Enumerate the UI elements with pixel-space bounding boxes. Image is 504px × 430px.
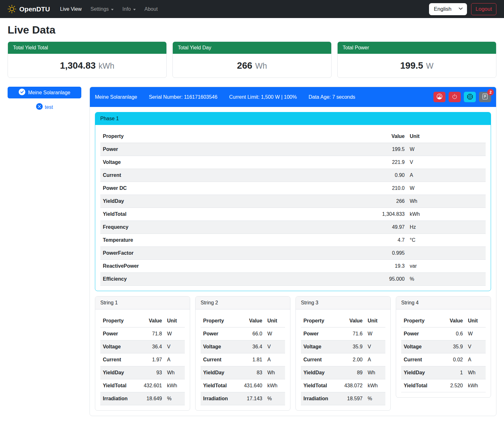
unit-cell: A	[365, 353, 385, 366]
inverter-card-header: Meine Solaranlage Serial Number: 1161716…	[90, 87, 496, 107]
value-cell: 35.9	[440, 340, 465, 353]
unit-cell: kWh	[407, 208, 486, 221]
nav-item-settings[interactable]: Settings	[86, 4, 118, 15]
property-cell: YieldTotal	[100, 379, 136, 392]
unit-cell: V	[407, 156, 486, 169]
limit-settings-button[interactable]	[433, 92, 445, 102]
unit-cell: kWh	[265, 379, 285, 392]
unit-cell: V	[365, 340, 385, 353]
property-cell: Power DC	[100, 182, 284, 195]
card-header: Total Power	[338, 42, 496, 54]
nav-item-label: Info	[122, 6, 131, 12]
table-row: Current2.00A	[301, 353, 385, 366]
unit-cell: Wh	[365, 366, 385, 379]
power-icon	[452, 94, 457, 100]
column-header-unit: Unit	[265, 315, 285, 327]
table-row: YieldDay1Wh	[401, 366, 486, 379]
property-cell: Power	[301, 327, 337, 340]
value-cell: 221.9	[284, 156, 407, 169]
nav-links: Live View Settings Info About	[56, 4, 162, 15]
string-card-header: String 2	[196, 296, 290, 309]
inverter-item-test[interactable]: test	[8, 103, 81, 111]
property-cell: Power	[100, 143, 284, 156]
table-row: Power DC210.0W	[100, 182, 486, 195]
table-row: Voltage221.9V	[100, 156, 486, 169]
phase-table: Property Value Unit Power199.5WVoltage22…	[100, 130, 486, 286]
value-cell: 35.9	[337, 340, 365, 353]
table-row: YieldDay266Wh	[100, 195, 486, 208]
nav-item-label: Live View	[60, 6, 82, 12]
logout-button[interactable]: Logout	[471, 3, 496, 15]
table-row: Voltage35.9V	[301, 340, 385, 353]
value-cell: 19.3	[284, 260, 407, 273]
string-table: Property Value Unit Power71.6WVoltage35.…	[301, 315, 385, 405]
column-header-property: Property	[100, 130, 284, 143]
value-cell: 1.97	[136, 353, 165, 366]
property-cell: Voltage	[301, 340, 337, 353]
phase-card: Phase 1 Property Value Unit Power199.5WV…	[95, 112, 491, 291]
check-circle-icon	[19, 89, 25, 97]
card-value: 1,304.83	[60, 60, 96, 71]
brand[interactable]: OpenDTU	[8, 4, 50, 14]
unit-cell: W	[407, 143, 486, 156]
card-unit: W	[426, 61, 433, 70]
table-row: YieldDay93Wh	[100, 366, 185, 379]
column-header-property: Property	[201, 315, 237, 327]
property-cell: PowerFactor	[100, 247, 284, 260]
nav-item-label: Settings	[90, 6, 109, 12]
value-cell: 2.520	[440, 379, 465, 392]
table-row: YieldTotal2.520kWh	[401, 379, 486, 392]
card-unit: Wh	[255, 61, 267, 70]
phase-table-body: Power199.5WVoltage221.9VCurrent0.90APowe…	[100, 143, 486, 286]
inverter-serial: Serial Number: 116171603546	[149, 93, 217, 101]
nav-item-live-view[interactable]: Live View	[56, 4, 86, 15]
property-cell: Temperature	[100, 234, 284, 247]
table-header-row: Property Value Unit	[301, 315, 385, 327]
nav-item-info[interactable]: Info	[118, 4, 140, 15]
card-total-yield-day: Total Yield Day 266Wh	[172, 41, 332, 78]
property-cell: Power	[100, 327, 136, 340]
power-button[interactable]	[449, 92, 461, 102]
unit-cell: var	[407, 260, 486, 273]
value-cell: 71.8	[136, 327, 165, 340]
x-circle-icon	[36, 103, 43, 111]
value-cell: 4.7	[284, 234, 407, 247]
column-header-unit: Unit	[407, 130, 486, 143]
unit-cell: W	[465, 327, 486, 340]
language-select[interactable]: English	[429, 3, 467, 15]
unit-cell: %	[407, 273, 486, 286]
unit-cell: W	[407, 182, 486, 195]
unit-cell	[407, 247, 486, 260]
unit-cell: °C	[407, 234, 486, 247]
property-cell: Irradiation	[100, 392, 136, 405]
string-table-body: Power71.8WVoltage36.4VCurrent1.97AYieldD…	[100, 327, 185, 405]
value-cell: 266	[284, 195, 407, 208]
string-card-4: String 4 Property Value Unit	[396, 296, 491, 398]
card-header: Total Yield Total	[8, 42, 166, 54]
brand-label: OpenDTU	[19, 4, 50, 14]
value-cell: 1,304.833	[284, 208, 407, 221]
unit-cell: Wh	[465, 366, 486, 379]
nav-item-about[interactable]: About	[140, 4, 162, 15]
column-header-value: Value	[136, 315, 165, 327]
value-cell: 0.02	[440, 353, 465, 366]
string-card-2: String 2 Property Value Unit	[195, 296, 290, 411]
event-log-button[interactable]: 2	[479, 92, 491, 102]
value-cell: 49.97	[284, 221, 407, 234]
table-row: Power66.0W	[201, 327, 285, 340]
table-row: Power199.5W	[100, 143, 486, 156]
unit-cell: V	[265, 340, 285, 353]
inverter-select-button[interactable]: Meine Solaranlage	[8, 87, 81, 98]
nav-item-label: About	[145, 6, 158, 12]
string-card-body: Property Value Unit Power71.6WVoltage35.…	[296, 309, 390, 405]
unit-cell: Hz	[407, 221, 486, 234]
unit-cell: %	[165, 392, 185, 405]
unit-cell: kWh	[465, 379, 486, 392]
card-total-power: Total Power 199.5W	[337, 41, 496, 78]
page-title: Live Data	[8, 23, 496, 36]
cpu-icon	[467, 94, 473, 101]
unit-cell: A	[265, 353, 285, 366]
property-cell: Frequency	[100, 221, 284, 234]
unit-cell: A	[465, 353, 486, 366]
device-info-button[interactable]	[464, 92, 476, 102]
